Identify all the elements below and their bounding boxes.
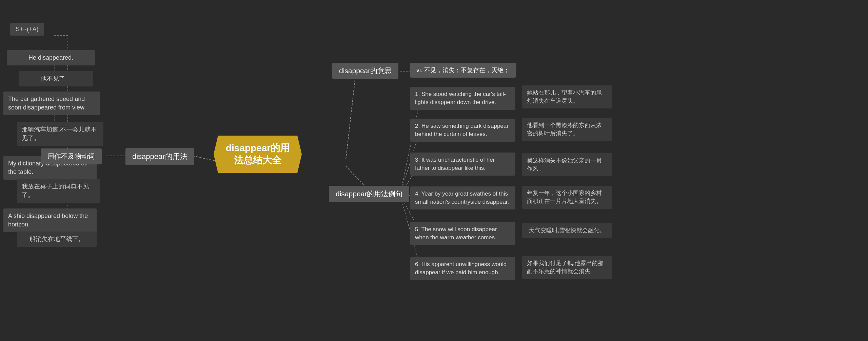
sentence-en-2: 2. He saw something dark disappear behin… <box>410 119 515 142</box>
center-node: disappear的用法总结大全 <box>214 136 302 173</box>
sentence-zh-4: 年复一年，这个小国家的乡村面积正在一片片地大量消失。 <box>522 186 612 209</box>
sentence-en-4: 4. Year by year great swathes of this sm… <box>410 186 515 209</box>
sentence-en-5: 5. The snow will soon disappear when the… <box>410 222 515 245</box>
sentence-zh-6: 如果我们付足了钱,他露出的那副不乐意的神情就会消失. <box>522 256 612 279</box>
sentence-zh-3: 就这样消失不像她父亲的一贯作风。 <box>522 153 612 176</box>
shortcut-node: S+~(+A) <box>10 23 44 36</box>
svg-line-15 <box>400 98 420 195</box>
example-zh-1: 他不见了。 <box>19 71 93 86</box>
example-en-2: The car gathered speed and soon disappea… <box>3 92 100 115</box>
mindmap: S+~(+A) He disappeared. 他不见了。 The car ga… <box>0 0 868 341</box>
meaning-category-node: disappear的意思 <box>332 63 398 79</box>
left-category-node: disappear的用法 <box>125 148 194 165</box>
example-zh-2: 那辆汽车加速,不一会儿就不见了。 <box>17 122 103 146</box>
sentence-zh-2: 他看到一个黑漆漆的东西从浓密的树叶后消失了。 <box>522 118 612 141</box>
example-en-4: A ship disappeared below the horizon. <box>3 208 97 232</box>
meaning-value-node: vi. 不见，消失；不复存在，灭绝； <box>410 63 516 78</box>
sentence-category-node: disappear的用法例句 <box>329 186 409 202</box>
sentence-en-6: 6. His apparent unwillingness would disa… <box>410 257 515 280</box>
sentence-zh-5: 天气变暖时,雪很快就会融化。 <box>522 223 612 238</box>
example-zh-4: 船消失在地平线下。 <box>17 232 97 247</box>
svg-line-12 <box>346 71 356 159</box>
sentence-en-1: 1. She stood watching the car's tail-lig… <box>410 87 515 110</box>
sentence-zh-1: 她站在那儿，望着小汽车的尾灯消失在车道尽头。 <box>522 85 612 108</box>
example-en-1: He disappeared. <box>7 50 95 65</box>
sub-category-node: 用作不及物动词 <box>41 148 102 164</box>
example-zh-3: 我放在桌子上的词典不见了。 <box>17 179 100 203</box>
sentence-en-3: 3. It was uncharacteristic of her father… <box>410 153 515 176</box>
